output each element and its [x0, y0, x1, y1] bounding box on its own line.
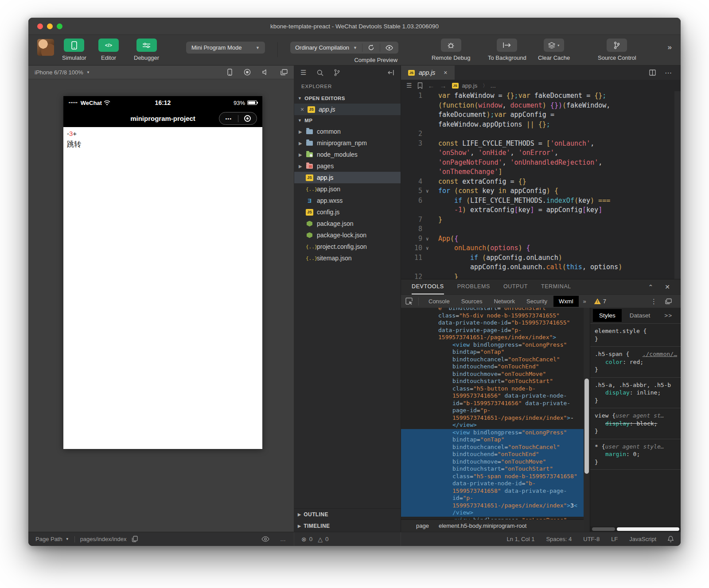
visibility-icon[interactable]	[261, 536, 269, 542]
compilation-select[interactable]: Ordinary Compilation ▼	[290, 42, 362, 54]
subtab-overflow-icon[interactable]: »	[580, 298, 589, 305]
nav-back-icon[interactable]: ←	[428, 82, 435, 89]
tree-item-project-config-json[interactable]: {..}project.config.json	[294, 241, 401, 252]
rule-source-link[interactable]: ./common/…	[643, 350, 677, 358]
search-icon[interactable]	[317, 70, 323, 76]
subtab-wxml[interactable]: Wxml	[553, 296, 579, 307]
stop-record-icon[interactable]	[244, 69, 251, 76]
preview-button[interactable]	[380, 42, 398, 54]
status-utf-8[interactable]: UTF-8	[583, 536, 600, 542]
close-panel-icon[interactable]: ✕	[665, 283, 670, 290]
tab-app-js[interactable]: JS app.js ×	[401, 66, 455, 80]
css-rule[interactable]: view {user agent st…display: block;}	[590, 408, 681, 439]
styles-tab-dataset[interactable]: Dataset	[623, 309, 657, 322]
css-declaration[interactable]: display: inline;	[595, 389, 677, 397]
to-background-button[interactable]: To Background	[488, 39, 526, 61]
more-actions-icon[interactable]: …	[280, 536, 287, 542]
increment-button[interactable]: +	[73, 130, 77, 137]
tree-item-common[interactable]: ▶common	[294, 126, 401, 137]
wxml-node[interactable]: <view bindlongpress="onLongPress" bindta…	[401, 341, 584, 429]
subtab-network[interactable]: Network	[488, 296, 520, 307]
styles-tab-styles[interactable]: Styles	[593, 309, 622, 322]
inspect-element-icon[interactable]	[405, 298, 413, 305]
page-path-select[interactable]: Page Path ▼	[35, 536, 69, 542]
subtab-sources[interactable]: Sources	[456, 296, 488, 307]
close-miniprogram-icon[interactable]	[238, 115, 257, 122]
warning-counter[interactable]: ! 7	[594, 298, 606, 305]
breadcrumb-more[interactable]: …	[490, 82, 496, 89]
tree-item-pages[interactable]: ▶pages	[294, 160, 401, 172]
counter-widget[interactable]: -3+	[67, 130, 259, 137]
styles-hscrollbar[interactable]	[590, 526, 681, 532]
css-rule[interactable]: element.style {}	[590, 324, 681, 347]
editor-scrollbar[interactable]	[674, 91, 681, 279]
more-actions-icon[interactable]: ⋯	[665, 69, 673, 77]
devtools-tab-problems[interactable]: PROBLEMS	[457, 279, 490, 294]
mute-icon[interactable]	[262, 69, 269, 75]
source-control-icon[interactable]	[334, 69, 340, 76]
devtools-tab-terminal[interactable]: TERMINAL	[541, 279, 571, 294]
status-ln-1-col-1[interactable]: Ln 1, Col 1	[507, 536, 535, 542]
devtools-tab-devtools[interactable]: DEVTOOLS	[412, 279, 444, 294]
jump-link[interactable]: 跳转	[67, 140, 259, 149]
tree-item-node-modules[interactable]: ▶node_modules	[294, 149, 401, 160]
css-declaration[interactable]: margin: 0;	[595, 450, 677, 458]
remote-debug-button[interactable]: Remote Debug	[432, 39, 470, 61]
open-editor-app-js[interactable]: × JS app.js	[294, 104, 401, 115]
breadcrumb-file[interactable]: app.js	[462, 82, 478, 89]
more-menu-icon[interactable]: •••	[219, 116, 238, 121]
css-declaration[interactable]: display: block;	[595, 420, 677, 428]
code-editor[interactable]: 1var fakeWindow = {};var fakeDocument = …	[401, 91, 681, 279]
status-spaces-4[interactable]: Spaces: 4	[546, 536, 572, 542]
wxml-node[interactable]: <view bindlongpress="onLongPress" bindta…	[401, 429, 584, 517]
bookmark-icon[interactable]	[417, 82, 423, 89]
copy-path-icon[interactable]	[132, 536, 138, 542]
breadcrumb-page[interactable]: page	[416, 522, 429, 529]
css-rule[interactable]: ./common/….h5-span {color: red;}	[590, 347, 681, 378]
devtools-tab-output[interactable]: OUTPUT	[503, 279, 528, 294]
fold-chevron-icon[interactable]: ∨	[426, 234, 429, 244]
compile-button[interactable]	[362, 42, 380, 54]
multi-window-icon[interactable]	[280, 69, 288, 75]
kebab-menu-icon[interactable]: ⋮	[651, 298, 657, 306]
collapse-sidebar-icon[interactable]	[388, 70, 394, 76]
fold-chevron-icon[interactable]: ∨	[426, 186, 429, 196]
rotate-device-icon[interactable]	[227, 69, 232, 76]
split-editor-icon[interactable]	[649, 70, 656, 76]
device-select[interactable]: iPhone 6/7/8 100% ▼	[35, 69, 90, 76]
editor-toggle[interactable]: </> Editor	[98, 39, 119, 61]
project-section[interactable]: ▼ MP	[294, 115, 401, 126]
tree-item-app-js[interactable]: JSapp.js	[294, 172, 401, 183]
tree-item-config-js[interactable]: JSconfig.js	[294, 206, 401, 218]
css-rule[interactable]: .h5-a, .h5-abbr, .h5-bdisplay: inline;}	[590, 378, 681, 409]
dock-side-icon[interactable]	[665, 298, 672, 304]
tree-item-miniprogram-npm[interactable]: ▶miniprogram_npm	[294, 137, 401, 149]
clear-cache-button[interactable]: ▼ Clear Cache	[538, 39, 570, 61]
tree-item-sitemap-json[interactable]: {..}sitemap.json	[294, 252, 401, 264]
close-tab-icon[interactable]: ×	[444, 69, 447, 76]
source-control-button[interactable]: Source Control	[598, 39, 636, 61]
gutter-toggle-icon[interactable]: ☰	[406, 82, 412, 89]
debugger-toggle[interactable]: Debugger	[134, 39, 159, 61]
simulator-toggle[interactable]: Simulator	[62, 39, 86, 61]
css-declaration[interactable]: color: red;	[595, 358, 677, 366]
breadcrumb-element[interactable]: element.h5-body.miniprogram-root	[439, 522, 526, 529]
subtab-console[interactable]: Console	[423, 296, 455, 307]
tree-item-package-json[interactable]: package.json	[294, 218, 401, 229]
close-icon[interactable]: ×	[300, 106, 304, 113]
open-editors-section[interactable]: ▼ OPEN EDITORS	[294, 93, 401, 104]
nav-forward-icon[interactable]: →	[440, 82, 447, 89]
user-avatar[interactable]	[37, 39, 54, 56]
mode-select[interactable]: Mini Program Mode ▼	[186, 42, 265, 54]
wxml-inspector[interactable]: e" bindtouchstart="onTouchStart" class="…	[401, 308, 584, 519]
file-list-icon[interactable]: ☰	[300, 69, 306, 77]
css-rule[interactable]: * {user agent style…margin: 0;}	[590, 439, 681, 470]
wxml-node[interactable]: <view bindlongpress="onLongPress" bindta…	[401, 517, 584, 520]
timeline-section[interactable]: ▶ TIMELINE	[294, 520, 401, 532]
tree-item-package-lock-json[interactable]: package-lock.json	[294, 229, 401, 241]
subtab-security[interactable]: Security	[521, 296, 553, 307]
toolbar-overflow-button[interactable]: »	[668, 43, 671, 52]
tree-item-app-json[interactable]: {..}app.json	[294, 183, 401, 195]
problems-counter[interactable]: ⊗ 0 △ 0	[294, 532, 401, 546]
collapse-panel-icon[interactable]: ⌃	[648, 283, 654, 290]
